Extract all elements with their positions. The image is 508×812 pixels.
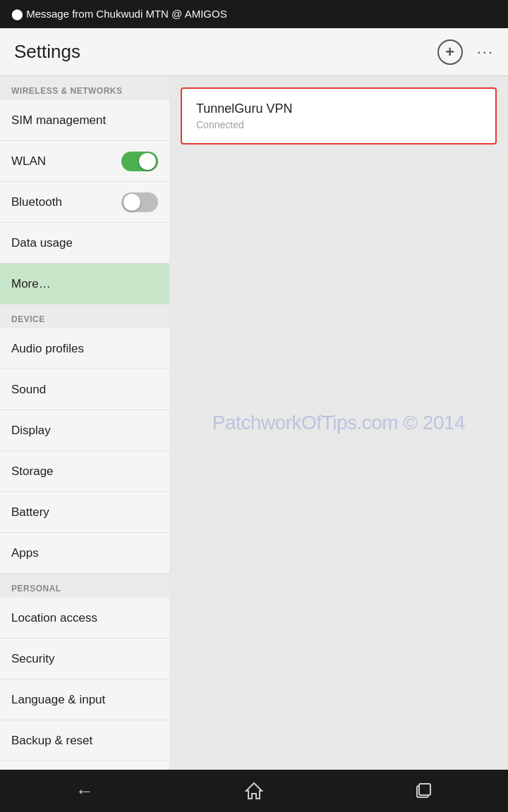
sidebar-item-wlan[interactable]: WLAN — [0, 141, 169, 182]
home-button[interactable] — [233, 777, 275, 805]
sidebar-item-data-usage[interactable]: Data usage — [0, 223, 169, 264]
watermark: PatchworkOfTips.com © 2014 — [212, 412, 465, 434]
sidebar-item-label-apps: Apps — [11, 546, 158, 560]
toggle-switch-bluetooth[interactable] — [121, 192, 158, 212]
overflow-menu-button[interactable]: ··· — [477, 43, 494, 61]
section-header-device: DEVICE — [0, 304, 169, 328]
recents-icon — [414, 782, 433, 800]
sidebar-item-backup-reset[interactable]: Backup & reset — [0, 720, 169, 761]
sidebar-item-label-audio-profiles: Audio profiles — [11, 342, 158, 356]
content-area: TunnelGuru VPN Connected PatchworkOfTips… — [169, 76, 508, 770]
sidebar-item-label-bluetooth: Bluetooth — [11, 195, 121, 209]
add-vpn-button[interactable]: + — [437, 39, 463, 65]
svg-rect-2 — [419, 784, 430, 795]
sidebar-item-location-access[interactable]: Location access — [0, 598, 169, 639]
back-button[interactable]: ← — [64, 777, 106, 805]
status-bar-message: ⬤ Message from Chukwudi MTN @ AMIGOS — [11, 8, 227, 20]
sidebar-item-label-battery: Battery — [11, 505, 158, 519]
action-bar-icons: + ··· — [437, 39, 494, 65]
svg-marker-0 — [246, 783, 262, 799]
back-icon: ← — [75, 780, 94, 802]
sidebar-item-label-sim-management: SIM management — [11, 113, 158, 128]
main-layout: WIRELESS & NETWORKSSIM managementWLANBlu… — [0, 76, 508, 770]
toggle-wlan[interactable] — [121, 152, 158, 171]
sidebar-item-apps[interactable]: Apps — [0, 533, 169, 574]
vpn-status: Connected — [196, 119, 481, 130]
sidebar-item-label-data-usage: Data usage — [11, 236, 158, 250]
sidebar-item-storage[interactable]: Storage — [0, 451, 169, 492]
sidebar-item-label-security: Security — [11, 652, 158, 666]
vpn-name: TunnelGuru VPN — [196, 102, 481, 116]
toggle-switch-wlan[interactable] — [121, 152, 158, 171]
vpn-card[interactable]: TunnelGuru VPN Connected — [181, 87, 497, 144]
sidebar-item-label-wlan: WLAN — [11, 154, 121, 168]
toggle-bluetooth[interactable] — [121, 192, 158, 212]
sidebar-item-label-language-input: Language & input — [11, 693, 158, 707]
page-title: Settings — [14, 41, 437, 63]
sidebar-item-display[interactable]: Display — [0, 410, 169, 451]
sidebar-item-label-location-access: Location access — [11, 611, 158, 625]
toggle-thumb-bluetooth — [123, 194, 140, 211]
nav-bar: ← — [0, 770, 508, 812]
sidebar-item-bluetooth[interactable]: Bluetooth — [0, 182, 169, 223]
sidebar-item-battery[interactable]: Battery — [0, 492, 169, 533]
status-bar: ⬤ Message from Chukwudi MTN @ AMIGOS — [0, 0, 508, 28]
toggle-thumb-wlan — [139, 153, 156, 170]
sidebar-item-label-storage: Storage — [11, 465, 158, 479]
sidebar-item-sound[interactable]: Sound — [0, 369, 169, 410]
sidebar-item-security[interactable]: Security — [0, 639, 169, 679]
sidebar: WIRELESS & NETWORKSSIM managementWLANBlu… — [0, 76, 169, 770]
recents-button[interactable] — [402, 777, 445, 805]
sidebar-item-label-backup-reset: Backup & reset — [11, 734, 158, 748]
section-header-personal: PERSONAL — [0, 574, 169, 598]
home-icon — [245, 782, 263, 800]
sidebar-item-sim-management[interactable]: SIM management — [0, 100, 169, 141]
sidebar-item-label-more: More… — [11, 277, 158, 291]
sidebar-item-label-sound: Sound — [11, 383, 158, 397]
sidebar-item-more[interactable]: More… — [0, 264, 169, 304]
sidebar-item-label-display: Display — [11, 424, 158, 438]
action-bar: Settings + ··· — [0, 28, 508, 76]
sidebar-item-audio-profiles[interactable]: Audio profiles — [0, 328, 169, 369]
sidebar-item-language-input[interactable]: Language & input — [0, 679, 169, 720]
section-header-wireless: WIRELESS & NETWORKS — [0, 76, 169, 100]
